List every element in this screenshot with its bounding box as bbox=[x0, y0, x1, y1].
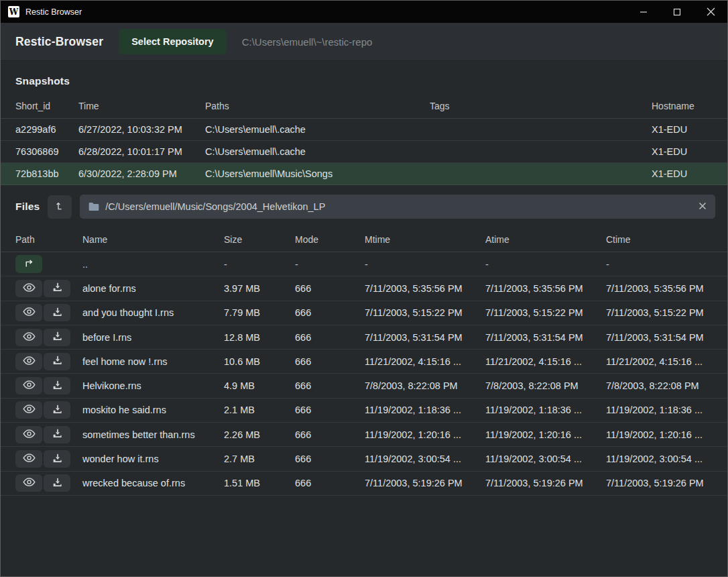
download-file-button[interactable] bbox=[44, 426, 70, 443]
snapshot-short-id: 76306869 bbox=[15, 146, 78, 157]
snapshot-paths: C:\Users\emuell\.cache bbox=[205, 146, 430, 157]
file-mtime: 11/21/2002, 4:15:16 ... bbox=[365, 356, 485, 367]
file-size: 2.7 MB bbox=[224, 454, 295, 464]
snapshot-short-id: 72b813bb bbox=[15, 168, 78, 179]
download-file-button[interactable] bbox=[44, 377, 70, 395]
file-name: moskito he said.rns bbox=[82, 405, 224, 415]
snapshot-hostname: X1-EDU bbox=[652, 168, 716, 179]
snapshot-time: 6/27/2022, 10:03:32 PM bbox=[78, 124, 205, 135]
eye-icon bbox=[23, 331, 36, 344]
file-size: - bbox=[224, 259, 295, 270]
snapshot-row[interactable]: 76306869 6/28/2022, 10:01:17 PM C:\Users… bbox=[1, 141, 727, 163]
app-title: Restic-Browser bbox=[15, 35, 103, 49]
file-mtime: 11/19/2002, 1:18:36 ... bbox=[365, 405, 485, 415]
column-header-ctime: Ctime bbox=[606, 234, 716, 245]
snapshot-row[interactable]: 72b813bb 6/30/2022, 2:28:09 PM C:\Users\… bbox=[1, 163, 727, 185]
file-ctime: 7/11/2003, 5:19:26 PM bbox=[606, 478, 716, 488]
preview-file-button[interactable] bbox=[15, 304, 42, 321]
file-mtime: 7/11/2003, 5:15:22 PM bbox=[365, 307, 485, 318]
app-header: Restic-Browser Select Repository C:\User… bbox=[1, 23, 727, 61]
app-logo-icon: W bbox=[8, 6, 19, 17]
file-mode: 666 bbox=[295, 380, 365, 391]
file-mtime: 11/19/2002, 3:00:54 ... bbox=[365, 454, 485, 464]
minimize-icon bbox=[640, 8, 648, 16]
download-icon bbox=[52, 355, 62, 368]
file-atime: 11/21/2002, 4:15:16 ... bbox=[485, 356, 606, 367]
close-button[interactable] bbox=[694, 1, 727, 23]
preview-file-button[interactable] bbox=[15, 329, 42, 346]
file-ctime: - bbox=[606, 259, 716, 270]
download-icon bbox=[52, 477, 62, 490]
preview-file-button[interactable] bbox=[15, 353, 42, 370]
file-size: 10.6 MB bbox=[224, 356, 295, 367]
snapshot-hostname: X1-EDU bbox=[652, 146, 716, 157]
file-row: wonder how it.rns 2.7 MB 666 11/19/2002,… bbox=[1, 447, 727, 471]
eye-icon bbox=[23, 380, 36, 392]
snapshot-time: 6/30/2022, 2:28:09 PM bbox=[78, 168, 205, 179]
download-icon bbox=[52, 453, 62, 466]
column-header-time: Time bbox=[78, 101, 205, 111]
column-header-mode: Mode bbox=[295, 234, 365, 245]
file-name: before I.rns bbox=[82, 332, 224, 343]
file-mode: 666 bbox=[295, 429, 365, 440]
minimize-button[interactable] bbox=[627, 1, 660, 23]
file-name: wrecked because of.rns bbox=[82, 478, 224, 488]
clear-path-button[interactable] bbox=[699, 202, 707, 212]
file-name: feel home now !.rns bbox=[82, 356, 224, 367]
file-row: before I.rns 12.8 MB 666 7/11/2003, 5:31… bbox=[1, 325, 727, 350]
snapshot-row[interactable]: a2299af6 6/27/2022, 10:03:32 PM C:\Users… bbox=[1, 119, 727, 141]
file-mtime: 7/8/2003, 8:22:08 PM bbox=[365, 380, 485, 391]
file-row: wrecked because of.rns 1.51 MB 666 7/11/… bbox=[1, 472, 727, 496]
file-mode: 666 bbox=[295, 454, 365, 464]
download-file-button[interactable] bbox=[44, 401, 70, 419]
current-path-input[interactable]: /C/Users/emuell/Music/Songs/2004_Helveti… bbox=[80, 195, 715, 219]
file-size: 4.9 MB bbox=[224, 380, 295, 391]
parent-directory-row: .. - - - - - bbox=[1, 252, 727, 276]
maximize-icon bbox=[673, 8, 681, 16]
preview-file-button[interactable] bbox=[15, 401, 42, 419]
files-title: Files bbox=[15, 201, 40, 213]
eye-icon bbox=[23, 429, 36, 441]
arrow-up-right-icon bbox=[23, 258, 35, 270]
folder-icon bbox=[88, 202, 99, 211]
files-bar: Files /C/Users/emuell/Music/Songs/2004_H… bbox=[15, 195, 715, 219]
preview-file-button[interactable] bbox=[15, 450, 42, 468]
download-file-button[interactable] bbox=[44, 353, 70, 370]
app-window: W Restic Browser Restic-Browser Select bbox=[0, 0, 728, 577]
download-icon bbox=[52, 404, 62, 417]
column-header-atime: Atime bbox=[485, 234, 606, 245]
go-parent-button[interactable] bbox=[15, 255, 42, 273]
preview-file-button[interactable] bbox=[15, 474, 42, 492]
download-file-button[interactable] bbox=[44, 280, 70, 297]
download-file-button[interactable] bbox=[44, 304, 70, 321]
preview-file-button[interactable] bbox=[15, 426, 42, 443]
file-mtime: - bbox=[365, 259, 485, 270]
window-controls bbox=[627, 1, 727, 23]
download-file-button[interactable] bbox=[44, 474, 70, 492]
close-icon bbox=[707, 7, 715, 16]
download-icon bbox=[52, 307, 62, 319]
snapshots-table: a2299af6 6/27/2022, 10:03:32 PM C:\Users… bbox=[1, 119, 727, 185]
file-ctime: 11/21/2002, 4:15:16 ... bbox=[606, 356, 716, 367]
restore-parent-button[interactable] bbox=[48, 195, 72, 219]
file-mode: 666 bbox=[295, 332, 365, 343]
file-mode: - bbox=[295, 259, 365, 270]
download-file-button[interactable] bbox=[44, 329, 70, 346]
eye-icon bbox=[23, 282, 36, 295]
file-mode: 666 bbox=[295, 478, 365, 488]
snapshot-time: 6/28/2022, 10:01:17 PM bbox=[78, 146, 205, 157]
eye-icon bbox=[23, 307, 36, 319]
level-up-icon bbox=[54, 201, 65, 213]
eye-icon bbox=[23, 404, 36, 416]
file-row: sometimes better than.rns 2.26 MB 666 11… bbox=[1, 423, 727, 447]
file-atime: 7/8/2003, 8:22:08 PM bbox=[485, 380, 606, 391]
file-ctime: 7/11/2003, 5:35:56 PM bbox=[606, 283, 716, 294]
download-file-button[interactable] bbox=[44, 450, 70, 468]
column-header-mtime: Mtime bbox=[365, 234, 485, 245]
preview-file-button[interactable] bbox=[15, 377, 42, 395]
file-mode: 666 bbox=[295, 307, 365, 318]
maximize-button[interactable] bbox=[660, 1, 694, 23]
preview-file-button[interactable] bbox=[15, 280, 42, 297]
select-repository-button[interactable]: Select Repository bbox=[119, 29, 227, 54]
file-ctime: 7/11/2003, 5:31:54 PM bbox=[606, 332, 716, 343]
